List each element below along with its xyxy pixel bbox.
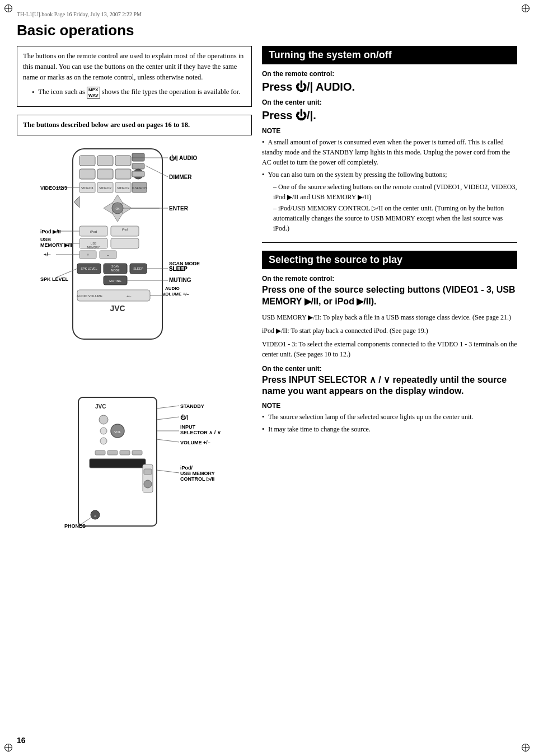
svg-text:AUDIO VOLUME: AUDIO VOLUME [77, 294, 102, 298]
svg-text:MODE: MODE [111, 269, 120, 272]
page-container: TH-L1[U].book Page 16 Friday, July 13, 2… [0, 0, 534, 756]
svg-text:iPod: iPod [90, 230, 97, 233]
section2-desc3: VIDEO1 - 3: To select the external compo… [262, 339, 517, 359]
section2-note-label: NOTE [262, 402, 517, 410]
svg-text:MEMORY: MEMORY [87, 246, 100, 249]
section2-remote-label: On the remote control: [262, 275, 517, 283]
right-column: Turning the system on/off On the remote … [262, 46, 517, 551]
note-box: The buttons described below are used on … [17, 115, 252, 135]
svg-text:SPK LEVEL: SPK LEVEL [81, 267, 97, 270]
main-layout: The buttons on the remote control are us… [17, 46, 517, 551]
center-unit-diagram: JVC VOL [62, 386, 207, 545]
svg-point-80 [99, 415, 108, 424]
unit-svg: JVC VOL [62, 386, 241, 543]
section2-desc1: USB MEMORY ▶/II: To play back a file in … [262, 312, 517, 322]
remote-svg: VIDEO1 VIDEO2 VIDEO3 D.SEARCH [39, 143, 229, 378]
svg-rect-1 [79, 156, 95, 166]
svg-line-98 [157, 439, 179, 442]
svg-line-95 [157, 406, 179, 408]
svg-text:⊙: ⊙ [94, 514, 96, 518]
svg-text:STANDBY: STANDBY [180, 403, 204, 409]
section1-note2: • You can also turn on the system by pre… [262, 170, 517, 180]
section-selecting-source: Selecting the source to play On the remo… [262, 251, 517, 434]
section2-remote-instruction: Press one of the source selecting button… [262, 284, 517, 308]
svg-text:VIDEO1: VIDEO1 [81, 186, 94, 190]
left-column: The buttons on the remote control are us… [17, 46, 252, 551]
svg-text:PHONES: PHONES [64, 523, 86, 529]
corner-decoration-tl [4, 4, 12, 12]
bullet-item: • The icon such as MPXWAV shows the file… [32, 87, 246, 98]
page-number: 16 [17, 736, 26, 745]
crosshair-tr [522, 5, 529, 12]
section1-note2b: – iPod/USB MEMORY CONTROL ▷/II on the ce… [273, 203, 517, 233]
svg-text:SELECTOR ∧ / ∨: SELECTOR ∧ / ∨ [180, 430, 221, 435]
section2-center-label: On the center unit: [262, 365, 517, 373]
section1-note-label: NOTE [262, 127, 517, 135]
note-box-text: The buttons described below are used on … [23, 121, 190, 129]
svg-text:VIDEO3: VIDEO3 [117, 186, 130, 190]
svg-rect-87 [120, 450, 130, 455]
svg-text:VIDEO1/2/3: VIDEO1/2/3 [40, 185, 67, 191]
svg-rect-5 [132, 163, 144, 169]
header-text: TH-L1[U].book Page 16 Friday, July 13, 2… [17, 11, 142, 17]
svg-text:USB: USB [91, 242, 97, 245]
svg-rect-6 [79, 169, 95, 179]
svg-text:iPod/: iPod/ [180, 465, 193, 471]
svg-text:D.SEARCH: D.SEARCH [132, 186, 147, 190]
section1-notes: NOTE • A small amount of power is consum… [262, 127, 517, 233]
section2-desc2: iPod ▶/II: To start play back a connecte… [262, 326, 517, 336]
svg-text:iPod: iPod [122, 228, 128, 231]
section1-remote-instruction: Press ⏻/| AUDIO. [262, 79, 517, 94]
section2-notes: NOTE • The source selection lamp of the … [262, 402, 517, 434]
svg-text:VOLUME +/–: VOLUME +/– [162, 292, 189, 297]
svg-rect-2 [97, 156, 113, 166]
svg-text:+: + [87, 253, 89, 257]
svg-text:DIMMER: DIMMER [169, 174, 192, 180]
svg-rect-85 [95, 450, 105, 455]
svg-text:VIDEO2: VIDEO2 [99, 186, 112, 190]
corner-decoration-br [522, 744, 530, 752]
svg-text:SCAN: SCAN [111, 265, 119, 268]
svg-text:OK: OK [115, 207, 120, 210]
svg-text:⏻/|: ⏻/| [180, 414, 188, 420]
svg-rect-91 [144, 469, 152, 475]
svg-rect-86 [107, 450, 118, 455]
remote-control-diagram: VIDEO1 VIDEO2 VIDEO3 D.SEARCH [39, 143, 229, 381]
svg-rect-89 [90, 459, 146, 468]
svg-point-92 [144, 480, 152, 488]
svg-text:ENTER: ENTER [169, 205, 189, 212]
corner-decoration-tr [522, 4, 530, 12]
section1-title: Turning the system on/off [262, 46, 517, 64]
section1-note2a: – One of the source selecting buttons on… [273, 182, 517, 202]
corner-decoration-bl [4, 744, 12, 752]
svg-rect-3 [115, 156, 131, 166]
svg-text:USB: USB [40, 237, 51, 242]
svg-text:MUTING: MUTING [169, 277, 191, 283]
section2-note2: • It may take time to change the source. [262, 424, 517, 434]
section-divider [262, 242, 517, 243]
section2-note1: • The source selection lamp of the selec… [262, 412, 517, 422]
svg-text:SLEEP: SLEEP [133, 267, 143, 270]
crosshair-br [522, 744, 529, 751]
svg-text:SPK LEVEL: SPK LEVEL [40, 276, 69, 282]
svg-rect-8 [115, 169, 131, 179]
svg-rect-4 [132, 153, 144, 161]
svg-line-99 [157, 470, 179, 473]
mpx-icon: MPXWAV [87, 87, 100, 98]
svg-text:+/–: +/– [44, 252, 51, 257]
svg-text:iPod ▶/II: iPod ▶/II [40, 229, 61, 234]
svg-point-81 [100, 428, 107, 434]
svg-text:⏻/| AUDIO: ⏻/| AUDIO [169, 154, 197, 161]
section1-center-label: On the center unit: [262, 98, 517, 106]
section1-center-instruction: Press ⏻/|. [262, 108, 517, 123]
svg-text:JVC: JVC [95, 403, 106, 410]
svg-text:USB MEMORY: USB MEMORY [180, 471, 215, 476]
svg-rect-7 [97, 169, 113, 179]
svg-text:VOL: VOL [114, 430, 121, 434]
section-turning-on-off: Turning the system on/off On the remote … [262, 46, 517, 233]
svg-rect-88 [132, 450, 142, 455]
svg-text:AUDIO: AUDIO [165, 286, 180, 291]
svg-line-96 [157, 417, 179, 420]
svg-text:JVC: JVC [110, 304, 125, 313]
crosshair-tl [5, 5, 12, 12]
